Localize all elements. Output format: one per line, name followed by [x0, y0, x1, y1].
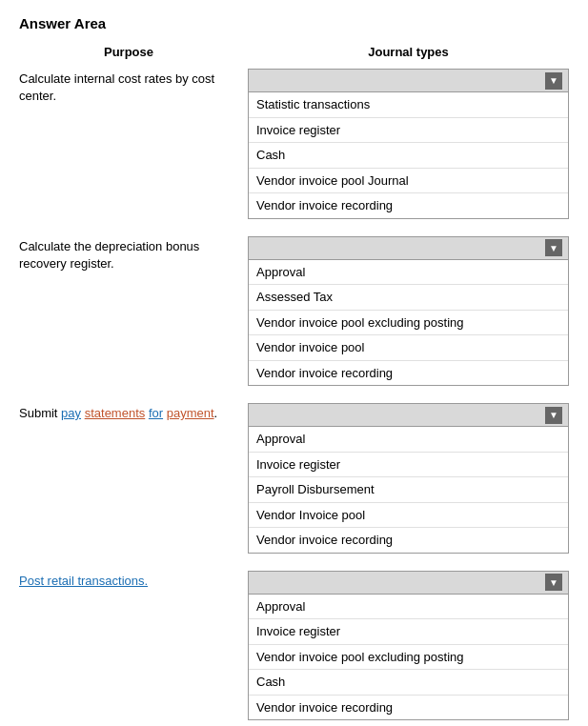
purpose-3: Submit pay statements for payment.	[19, 403, 248, 422]
journal-item[interactable]: Vendor invoice pool	[249, 335, 568, 361]
journal-item[interactable]: Invoice register	[249, 619, 568, 645]
dropdown-arrow-1[interactable]: ▼	[545, 72, 562, 90]
journal-header: Journal types	[248, 45, 569, 59]
journal-item[interactable]: Invoice register	[249, 453, 568, 478]
purpose-4: Post retail transactions.	[19, 571, 248, 590]
journal-item[interactable]: Approval	[249, 595, 568, 620]
journal-cell-1: ▼ Statistic transactions Invoice registe…	[248, 69, 569, 219]
journal-item[interactable]: Vendor invoice pool Journal	[249, 169, 568, 194]
journal-item[interactable]: Vendor invoice recording	[249, 528, 568, 553]
journal-item[interactable]: Vendor invoice recording	[249, 361, 568, 386]
journal-cell-2: ▼ Approval Assessed Tax Vendor invoice p…	[248, 236, 569, 387]
journal-item[interactable]: Vendor Invoice pool	[249, 503, 568, 529]
journal-cell-3: ▼ Approval Invoice register Payroll Disb…	[248, 403, 569, 554]
journal-item[interactable]: Cash	[249, 143, 568, 169]
qa-row-3: Submit pay statements for payment. ▼ App…	[19, 403, 569, 554]
dropdown-arrow-4[interactable]: ▼	[545, 574, 562, 591]
link-payment: payment	[167, 406, 214, 420]
link-statements: statements	[85, 406, 146, 420]
purpose-header: Purpose	[19, 45, 248, 59]
qa-row-2: Calculate the depreciation bonus recover…	[19, 236, 569, 387]
journal-item[interactable]: Vendor invoice recording	[249, 696, 568, 720]
journal-item[interactable]: Approval	[249, 427, 568, 453]
journal-item[interactable]: Cash	[249, 670, 568, 696]
dropdown-arrow-2[interactable]: ▼	[545, 239, 562, 256]
purpose-1: Calculate internal cost rates by cost ce…	[19, 69, 248, 105]
link-pay: pay	[61, 406, 81, 420]
journal-cell-4: ▼ Approval Invoice register Vendor invoi…	[248, 571, 569, 721]
journal-item[interactable]: Assessed Tax	[249, 285, 568, 311]
qa-row-1: Calculate internal cost rates by cost ce…	[19, 69, 569, 219]
journal-item[interactable]: Vendor invoice pool excluding posting	[249, 645, 568, 671]
journal-item[interactable]: Statistic transactions	[249, 92, 568, 118]
qa-row-4: Post retail transactions. ▼ Approval Inv…	[19, 571, 569, 721]
journal-item[interactable]: Invoice register	[249, 118, 568, 144]
journal-item[interactable]: Payroll Disbursement	[249, 477, 568, 503]
dropdown-header-2[interactable]: ▼	[249, 237, 568, 260]
journal-item[interactable]: Vendor invoice recording	[249, 193, 568, 218]
dropdown-header-3[interactable]: ▼	[249, 404, 568, 427]
page-title: Answer Area	[19, 15, 569, 31]
link-for: for	[149, 406, 163, 420]
dropdown-arrow-3[interactable]: ▼	[545, 407, 562, 424]
journal-item[interactable]: Vendor invoice pool excluding posting	[249, 311, 568, 336]
dropdown-header-4[interactable]: ▼	[249, 572, 568, 595]
link-post-retail: Post retail transactions.	[19, 574, 148, 588]
purpose-2: Calculate the depreciation bonus recover…	[19, 236, 248, 272]
journal-item[interactable]: Approval	[249, 260, 568, 286]
dropdown-header-1[interactable]: ▼	[249, 70, 568, 92]
